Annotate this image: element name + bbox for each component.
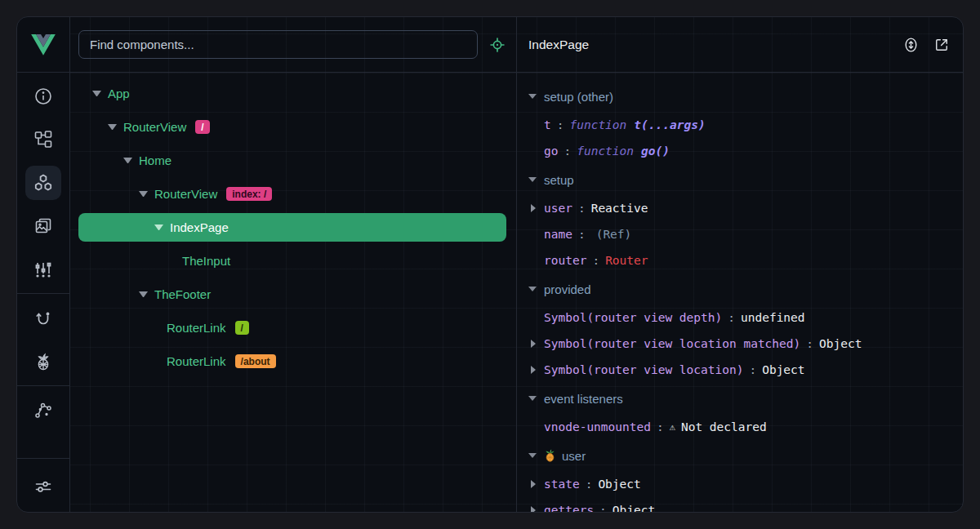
inspected-component-title: IndexPage: [528, 38, 902, 52]
state-key: name: [544, 228, 572, 241]
search-input[interactable]: [78, 30, 478, 59]
devtools-window: App RouterView / Home RouterView index: …: [16, 16, 964, 513]
components-icon: [33, 173, 53, 193]
tree-row-thefooter[interactable]: TheFooter: [70, 278, 516, 311]
component-label: TheInput: [182, 254, 230, 268]
component-label: Home: [139, 153, 172, 167]
state-row-router-view-location[interactable]: Symbol(router view location) : Object: [517, 357, 963, 383]
state-row-t[interactable]: t : function t(...args): [517, 112, 963, 138]
state-value: undefined: [741, 311, 805, 324]
state-key: t: [544, 118, 551, 131]
section-provided[interactable]: provided: [517, 273, 963, 305]
inspect-target-button[interactable]: [488, 36, 506, 54]
state-value: (Ref): [596, 228, 632, 241]
section-user-store[interactable]: user: [517, 440, 963, 471]
sidebar-item-settings[interactable]: [17, 461, 69, 512]
assets-icon: [33, 216, 53, 236]
component-label: App: [108, 87, 130, 100]
expander-down-icon[interactable]: [123, 158, 132, 164]
component-tree: App RouterView / Home RouterView index: …: [70, 73, 516, 512]
tree-row-routerview-1[interactable]: RouterView /: [70, 110, 516, 144]
state-value: Object: [598, 478, 640, 491]
section-setup-other[interactable]: setup (other): [517, 81, 963, 112]
tree-row-routerlink-1[interactable]: RouterLink /: [70, 311, 516, 345]
expander-down-icon[interactable]: [92, 91, 101, 97]
component-label: RouterView: [154, 187, 217, 201]
expander-down-icon: [528, 287, 537, 292]
timeline-icon: [33, 260, 53, 279]
tree-row-routerlink-2[interactable]: RouterLink /about: [70, 345, 516, 378]
state-key: Symbol(router view location matched): [544, 337, 800, 350]
section-label: setup: [544, 173, 574, 187]
open-in-editor-button[interactable]: [933, 37, 950, 53]
expander-right-icon[interactable]: [531, 506, 537, 512]
separator: :: [806, 337, 813, 350]
route-badge: /: [235, 321, 249, 335]
state-row-state[interactable]: state : Object: [517, 471, 963, 497]
component-label: IndexPage: [170, 220, 229, 234]
state-key: Symbol(router view location): [544, 363, 743, 376]
sidebar-item-timeline[interactable]: [17, 247, 69, 291]
tree-row-app[interactable]: App: [70, 77, 516, 110]
sidebar-divider: [17, 458, 69, 459]
separator: :: [557, 118, 564, 131]
section-setup[interactable]: setup: [517, 164, 963, 195]
tree-row-routerview-2[interactable]: RouterView index: /: [70, 177, 516, 211]
sidebar-nav: [17, 73, 69, 512]
state-row-router-view-location-matched[interactable]: Symbol(router view location matched) : O…: [517, 331, 963, 357]
expander-down-icon[interactable]: [139, 191, 148, 198]
expander-right-icon[interactable]: [531, 480, 537, 488]
scroll-to-component-button[interactable]: [902, 36, 920, 54]
state-value: Router: [605, 254, 648, 267]
state-row-vnode-unmounted[interactable]: vnode-unmounted : ⚠ Not declared: [517, 414, 963, 440]
sidebar-item-pinia[interactable]: [17, 340, 69, 383]
route-badge: /: [195, 120, 209, 134]
state-row-go[interactable]: go : function go(): [517, 138, 963, 164]
component-label: RouterLink: [167, 321, 226, 335]
state-row-getters[interactable]: getters : Object: [517, 497, 963, 512]
expander-right-icon[interactable]: [531, 340, 537, 348]
vue-logo[interactable]: [17, 17, 69, 73]
scroll-to-icon: [902, 36, 920, 54]
state-value: Reactive: [591, 202, 648, 215]
function-signature: t(...args): [634, 118, 705, 131]
sidebar-item-components[interactable]: [17, 161, 69, 204]
sidebar-item-router[interactable]: [17, 296, 69, 340]
expander-right-icon[interactable]: [531, 204, 537, 212]
function-signature: go(): [641, 144, 670, 158]
sidebar-divider: [17, 293, 69, 294]
separator: :: [592, 254, 599, 267]
sidebar-divider: [17, 385, 69, 386]
component-label: RouterView: [123, 120, 186, 134]
expander-down-icon[interactable]: [139, 291, 148, 298]
expander-right-icon[interactable]: [531, 366, 537, 374]
state-row-name[interactable]: name : (Ref): [517, 221, 963, 247]
sidebar-item-pages[interactable]: [17, 118, 69, 161]
state-key: go: [544, 144, 558, 158]
sidebar-bottom-group: [17, 456, 69, 512]
section-event-listeners[interactable]: event listeners: [517, 383, 963, 414]
tree-row-indexpage-selected[interactable]: IndexPage: [78, 213, 506, 242]
sidebar-item-graph[interactable]: [17, 389, 69, 432]
state-row-router[interactable]: router : Router: [517, 247, 963, 273]
separator: :: [728, 311, 735, 324]
component-tree-panel: App RouterView / Home RouterView index: …: [70, 17, 517, 512]
sidebar-item-overview[interactable]: [17, 74, 69, 118]
graph-icon: [33, 401, 53, 420]
state-key: user: [544, 202, 572, 215]
inspector-panel: IndexPage: [517, 17, 963, 512]
expander-down-icon[interactable]: [154, 224, 163, 231]
expander-down-icon: [528, 177, 537, 183]
active-highlight: [25, 166, 61, 200]
tree-row-theinput[interactable]: TheInput: [70, 244, 516, 278]
sidebar-item-assets[interactable]: [17, 204, 69, 247]
state-key: Symbol(router view depth): [544, 311, 722, 324]
info-icon: [33, 87, 53, 106]
tree-row-home[interactable]: Home: [70, 144, 516, 177]
state-value: Object: [819, 337, 862, 350]
expander-down-icon[interactable]: [108, 124, 117, 131]
expander-down-icon: [528, 94, 537, 100]
state-row-router-view-depth[interactable]: Symbol(router view depth) : undefined: [517, 305, 963, 331]
state-row-user[interactable]: user : Reactive: [517, 195, 963, 221]
target-icon: [489, 37, 506, 53]
